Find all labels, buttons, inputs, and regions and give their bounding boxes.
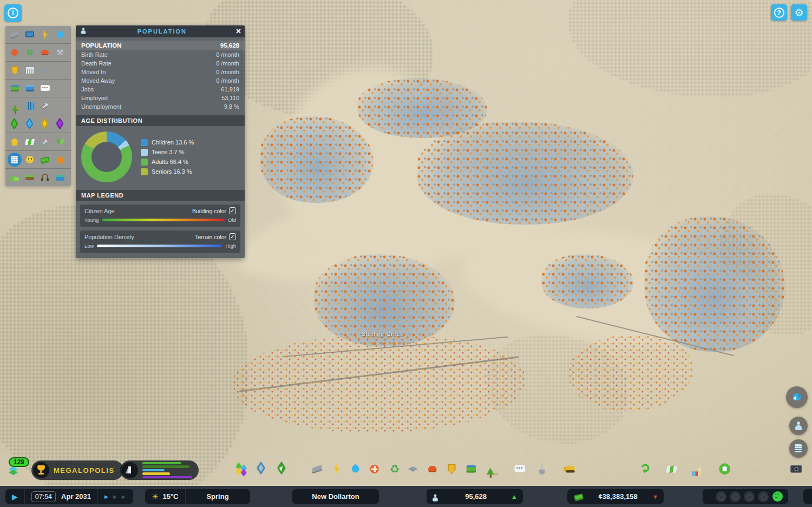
infoview-routes[interactable]: ↗ (37, 100, 53, 113)
population-panel-header[interactable]: POPULATION × (76, 25, 245, 37)
weather-pill: ☀ 15°C Spring (145, 489, 250, 504)
toolbar-statistics-button[interactable] (689, 462, 706, 479)
toolbar-zones-button[interactable] (234, 462, 251, 479)
shovel-icon (535, 462, 552, 478)
infoview-electricity[interactable] (37, 28, 53, 41)
toolbar-healthcare-button[interactable] (367, 462, 384, 479)
citizen-lifepath-button[interactable] (789, 417, 808, 435)
money-pill[interactable]: ¢38,383,158 ▼ (567, 489, 664, 504)
infoview-fire[interactable] (37, 46, 53, 59)
toolbar-water-button[interactable] (348, 462, 365, 479)
infoview-post[interactable] (22, 82, 37, 95)
infoview-maintenance[interactable]: ⚒ (53, 46, 68, 59)
toolbar-terraforming-button[interactable] (535, 462, 552, 479)
infoview-electronics[interactable] (22, 28, 37, 41)
map-suburb-cluster (233, 335, 525, 433)
toolbar-map-tiles-button[interactable] (717, 462, 735, 479)
infoview-water-pollution[interactable] (53, 171, 68, 184)
clock-time: 07:54 (31, 491, 56, 502)
infoview-landmarks[interactable] (53, 153, 68, 166)
infoview-money[interactable] (37, 153, 53, 166)
infoview-population[interactable] (7, 153, 22, 166)
infoview-land-value[interactable] (7, 135, 22, 148)
water-icon (54, 29, 66, 41)
demand-bar-blue (142, 469, 165, 472)
toolbar-landscaping-button[interactable] (275, 462, 292, 479)
toolbar-progression-button[interactable] (664, 462, 682, 479)
legend-citizen-age-block: Citizen Age Building color✓ Young Old (80, 205, 240, 227)
toolbar-electricity-button[interactable] (329, 462, 346, 479)
garbage-icon: ♻ (24, 47, 36, 58)
toolbar-transportation-button[interactable] (463, 462, 481, 479)
toolbar-communications-button[interactable]: ••• (512, 462, 529, 479)
simulation-speed-button[interactable]: ▶▶▶ (97, 489, 133, 504)
infoview-garbage[interactable]: ♻ (22, 46, 37, 59)
infoview-education[interactable] (37, 64, 53, 77)
infoview-noise[interactable] (37, 171, 53, 184)
xp-level-badge[interactable]: 129 (9, 457, 29, 467)
speed-arrow-icon: ▶ (104, 494, 109, 499)
infoviews-toggle-button[interactable]: i (4, 4, 22, 22)
journal-button[interactable] (789, 439, 808, 458)
toolbar-bulldozer-button[interactable] (564, 462, 581, 479)
infoview-parks[interactable] (7, 100, 22, 113)
toolbar-education-button[interactable] (405, 462, 423, 479)
infoview-office-zone[interactable] (53, 117, 68, 130)
infoview-terrain[interactable] (7, 171, 22, 184)
routes-icon: ↗ (39, 100, 51, 112)
money-amount: ¢38,383,158 (598, 492, 637, 501)
building-color-checkbox[interactable]: ✓ (229, 207, 236, 214)
infoview-transportation[interactable] (7, 82, 22, 95)
infoview-resources[interactable] (53, 135, 68, 148)
help-button[interactable]: ? (771, 4, 787, 21)
infoview-levels[interactable] (22, 100, 37, 113)
terrain-color-checkbox[interactable]: ✓ (229, 233, 236, 240)
toolbar-police-button[interactable] (444, 462, 461, 479)
infoview-residential-zone[interactable] (7, 117, 22, 130)
electricity-icon (330, 462, 346, 478)
stat-row-moved-away: Moved Away0 /month (76, 76, 245, 85)
infoview-administration[interactable] (22, 64, 37, 77)
infoview-water[interactable] (53, 28, 68, 41)
infoview-happiness[interactable] (22, 153, 37, 166)
map-city-cluster (417, 122, 633, 225)
roads-icon (310, 462, 326, 478)
toolbar-fire-button[interactable] (425, 462, 442, 479)
map-city-cluster (541, 254, 633, 308)
close-icon[interactable]: × (236, 27, 241, 36)
infoview-telecom[interactable]: ••• (37, 82, 53, 95)
toolbar-economy-button[interactable] (639, 462, 656, 479)
stat-row-jobs: Jobs61,919 (76, 85, 245, 94)
toolbar-photo-mode-button[interactable] (789, 462, 806, 479)
toolbar-roads-button[interactable] (310, 462, 327, 479)
infoview-economy-chart[interactable] (37, 135, 53, 148)
industrial-zone-icon (39, 118, 51, 130)
chirper-button[interactable] (786, 386, 808, 408)
infoview-industrial-zone[interactable] (37, 117, 53, 130)
infoview-healthcare[interactable] (7, 46, 22, 59)
zoning-demand-pill[interactable] (120, 460, 199, 480)
infoview-fertility[interactable] (22, 171, 37, 184)
play-pause-button[interactable]: ▶ (5, 489, 24, 504)
status-slot-icon (730, 491, 741, 502)
areas-icon (255, 462, 271, 478)
happiness-smiley-icon (772, 491, 784, 503)
city-name-pill[interactable]: New Dollarton (292, 489, 379, 504)
sun-icon: ☀ (152, 491, 159, 502)
season-value: Spring (206, 492, 228, 501)
money-banknote-icon (573, 491, 584, 502)
statistics-icon (690, 462, 706, 478)
milestone-pill[interactable]: MEGALOPOLIS (31, 460, 123, 480)
toolbar-garbage-button[interactable]: ♻ (386, 462, 403, 479)
toolbar-parks-button[interactable] (482, 462, 500, 479)
toolbar-areas-button[interactable] (254, 462, 272, 479)
young-label: Young (84, 217, 99, 223)
infoview-police[interactable] (7, 64, 22, 77)
settings-button[interactable]: ⚙ (791, 4, 807, 21)
population-pill[interactable]: 95,628 ▲ (427, 489, 523, 504)
journal-icon (793, 443, 804, 455)
infoview-roads[interactable] (7, 28, 22, 41)
infoview-tourism[interactable] (22, 135, 37, 148)
infoview-commercial-zone[interactable] (22, 117, 37, 130)
roads-icon (9, 29, 21, 41)
